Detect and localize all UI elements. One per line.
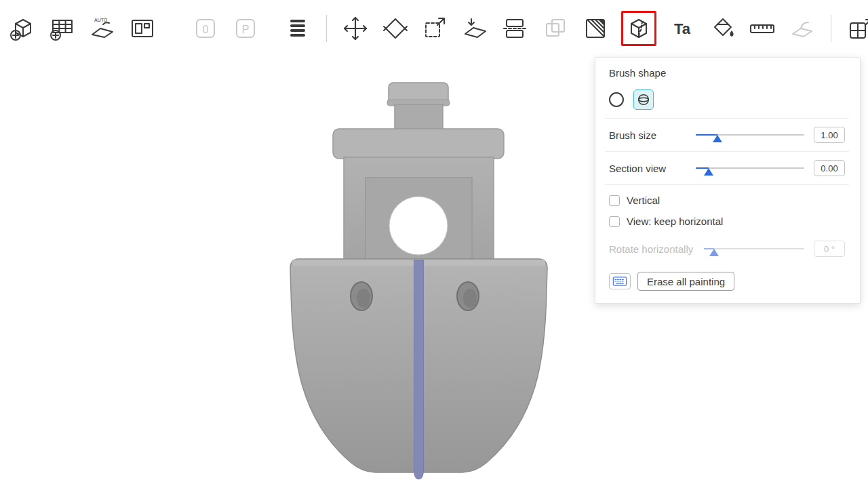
keep-horizontal-label: View: keep horizontal — [627, 216, 723, 227]
keyboard-icon — [612, 277, 627, 286]
brush-shape-label: Brush shape — [609, 67, 666, 79]
rotate-horizontally-label: Rotate horizontally — [609, 243, 704, 255]
cut-button[interactable] — [500, 13, 531, 44]
toolbar-separator — [831, 15, 831, 42]
section-view-slider[interactable] — [696, 161, 804, 176]
section-view-label: Section view — [609, 163, 696, 174]
text-tool-button[interactable]: Ta — [667, 13, 698, 44]
keep-horizontal-checkbox-row[interactable]: View: keep horizontal — [609, 216, 845, 227]
variable-layer-height-button[interactable] — [580, 13, 611, 44]
vertical-checkbox[interactable] — [609, 195, 620, 206]
section-view-value[interactable]: 0.00 — [814, 160, 845, 176]
move-button[interactable] — [340, 13, 371, 44]
panel-divider — [605, 184, 849, 185]
svg-text:0: 0 — [203, 24, 209, 35]
measure-button[interactable] — [747, 13, 778, 44]
rotate-horizontally-slider — [704, 241, 804, 256]
zero-badge-button: 0 — [190, 13, 221, 44]
color-painting-button[interactable] — [707, 13, 738, 44]
scale-button[interactable] — [420, 13, 451, 44]
seam-stripe — [414, 260, 424, 479]
benchy-roof — [333, 129, 504, 159]
assembly-button — [787, 13, 818, 44]
layers-button[interactable] — [282, 13, 313, 44]
brush-size-label: Brush size — [609, 129, 696, 141]
rotate-horizontally-value: 0 ° — [814, 241, 845, 257]
svg-text:P: P — [242, 24, 250, 35]
add-plate-button[interactable] — [47, 13, 78, 44]
panel-divider — [605, 118, 849, 119]
lay-on-face-button[interactable] — [460, 13, 491, 44]
brush-size-slider-thumb[interactable] — [713, 135, 722, 142]
active-tool-highlight — [621, 11, 656, 46]
sphere-icon — [636, 92, 651, 107]
brush-size-value[interactable]: 1.00 — [814, 127, 845, 143]
brush-shape-sphere-option[interactable] — [633, 89, 654, 110]
keep-horizontal-checkbox[interactable] — [609, 216, 620, 227]
erase-all-painting-button[interactable]: Erase all painting — [637, 272, 734, 291]
p-badge-button: P — [230, 13, 261, 44]
toolbar-separator — [326, 15, 327, 42]
section-view-slider-thumb[interactable] — [704, 168, 713, 176]
arrange-button[interactable] — [127, 13, 158, 44]
seam-painting-button[interactable] — [623, 13, 654, 44]
vertical-label: Vertical — [627, 195, 660, 206]
split-to-objects-button[interactable] — [844, 13, 868, 44]
benchy-porthole-left — [351, 282, 372, 310]
brush-size-slider[interactable] — [696, 127, 804, 142]
seam-painting-panel: Brush shape Brush size 1.00 Section view… — [595, 57, 861, 304]
vertical-checkbox-row[interactable]: Vertical — [609, 195, 845, 206]
shortcuts-keyboard-button[interactable] — [609, 273, 631, 289]
add-object-button[interactable] — [7, 13, 38, 44]
benchy-porthole-right — [457, 282, 479, 310]
toolbar: AUTO 0 P — [0, 0, 868, 57]
rotate-horizontally-slider-thumb — [709, 249, 719, 256]
benchy-chimney-body — [395, 104, 443, 131]
rotate-button[interactable] — [380, 13, 411, 44]
svg-text:AUTO: AUTO — [94, 18, 108, 22]
brush-shape-circle-option[interactable] — [609, 92, 624, 107]
auto-orient-button[interactable]: AUTO — [87, 13, 118, 44]
clone-button — [540, 13, 571, 44]
panel-divider — [605, 151, 849, 152]
benchy-window — [389, 197, 448, 255]
svg-text:Ta: Ta — [674, 20, 691, 37]
